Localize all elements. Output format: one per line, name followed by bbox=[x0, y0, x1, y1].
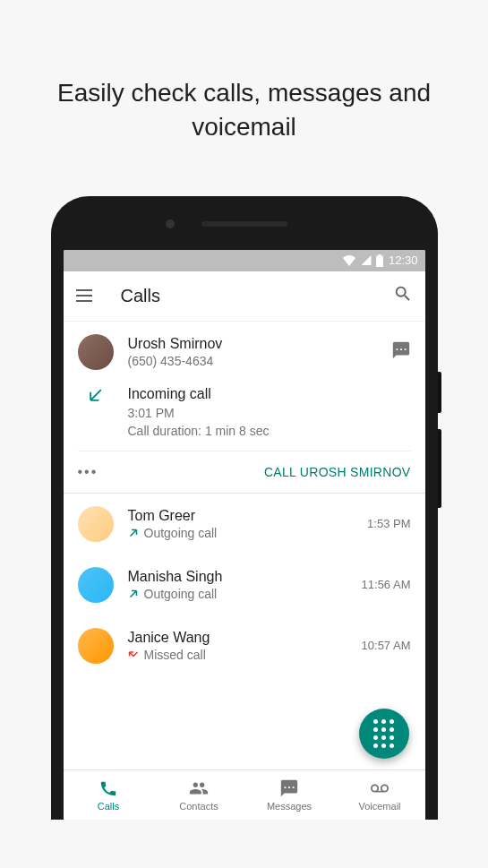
outgoing-arrow-icon bbox=[128, 589, 139, 599]
phone-side-button bbox=[438, 372, 441, 413]
messages-icon bbox=[279, 778, 299, 798]
contact-name: Tom Greer bbox=[128, 508, 368, 524]
message-button[interactable] bbox=[391, 340, 411, 364]
page-title: Calls bbox=[121, 286, 393, 306]
bottom-nav: Calls Contacts Messages Voicemail bbox=[64, 769, 425, 820]
menu-button[interactable] bbox=[76, 285, 98, 306]
wifi-icon bbox=[342, 254, 356, 266]
status-bar: 12:30 bbox=[64, 250, 425, 271]
nav-label: Voicemail bbox=[358, 801, 400, 812]
outgoing-arrow-icon bbox=[128, 528, 139, 538]
voicemail-icon bbox=[369, 778, 390, 798]
phone-frame: 12:30 Calls Urosh Smirnov (65 bbox=[51, 196, 438, 820]
call-back-button[interactable]: CALL UROSH SMIRNOV bbox=[114, 465, 411, 479]
call-time: 11:56 AM bbox=[362, 578, 411, 591]
nav-label: Calls bbox=[98, 801, 119, 812]
svg-rect-1 bbox=[378, 254, 381, 256]
phone-side-button bbox=[438, 429, 441, 508]
battery-icon bbox=[376, 254, 383, 267]
nav-calls[interactable]: Calls bbox=[64, 770, 154, 820]
call-type-label: Missed call bbox=[144, 648, 206, 662]
contacts-icon bbox=[189, 778, 209, 798]
call-duration: Call duration: 1 min 8 sec bbox=[128, 424, 270, 438]
hero-headline: Easily check calls, messages and voicema… bbox=[0, 0, 488, 144]
search-button[interactable] bbox=[393, 284, 413, 307]
search-icon bbox=[393, 284, 413, 304]
call-time: 1:53 PM bbox=[367, 517, 410, 530]
avatar[interactable] bbox=[78, 506, 114, 542]
phone-screen: 12:30 Calls Urosh Smirnov (65 bbox=[64, 250, 425, 820]
call-item[interactable]: Manisha Singh Outgoing call 11:56 AM bbox=[64, 554, 425, 615]
avatar[interactable] bbox=[78, 334, 114, 370]
call-type-label: Outgoing call bbox=[144, 587, 218, 601]
svg-rect-0 bbox=[376, 255, 383, 266]
contact-phone: (650) 435-4634 bbox=[128, 354, 391, 368]
call-item-expanded[interactable]: Urosh Smirnov (650) 435-4634 Incoming ca… bbox=[64, 322, 425, 493]
missed-arrow-icon bbox=[128, 649, 139, 660]
phone-icon bbox=[98, 778, 118, 798]
contact-name: Janice Wang bbox=[128, 630, 362, 646]
nav-voicemail[interactable]: Voicemail bbox=[335, 770, 425, 820]
app-bar: Calls bbox=[64, 271, 425, 322]
signal-icon bbox=[360, 254, 372, 266]
call-time: 10:57 AM bbox=[362, 639, 411, 652]
more-button[interactable]: ••• bbox=[78, 464, 114, 480]
contact-name: Urosh Smirnov bbox=[128, 336, 391, 352]
phone-camera bbox=[166, 219, 175, 228]
dialpad-icon bbox=[373, 719, 394, 748]
call-list: Urosh Smirnov (650) 435-4634 Incoming ca… bbox=[64, 322, 425, 769]
call-time: 3:01 PM bbox=[128, 406, 270, 420]
nav-label: Contacts bbox=[179, 801, 218, 812]
call-type-label: Outgoing call bbox=[144, 526, 218, 540]
chat-icon bbox=[391, 340, 411, 360]
call-type-label: Incoming call bbox=[128, 386, 270, 402]
avatar[interactable] bbox=[78, 628, 114, 664]
nav-messages[interactable]: Messages bbox=[244, 770, 335, 820]
dialpad-fab[interactable] bbox=[359, 709, 409, 759]
phone-speaker bbox=[201, 221, 287, 227]
avatar[interactable] bbox=[78, 567, 114, 603]
nav-contacts[interactable]: Contacts bbox=[154, 770, 244, 820]
contact-name: Manisha Singh bbox=[128, 569, 362, 585]
nav-label: Messages bbox=[267, 801, 312, 812]
call-item[interactable]: Tom Greer Outgoing call 1:53 PM bbox=[64, 494, 425, 554]
incoming-arrow-icon bbox=[87, 386, 105, 404]
call-item[interactable]: Janice Wang Missed call 10:57 AM bbox=[64, 615, 425, 676]
status-time: 12:30 bbox=[389, 254, 418, 267]
